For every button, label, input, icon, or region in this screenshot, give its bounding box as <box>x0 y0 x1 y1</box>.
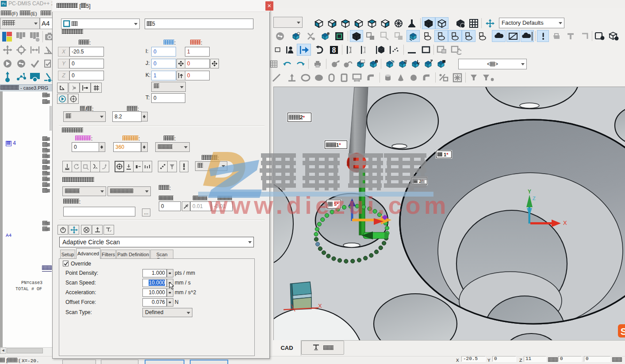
svg-text:S: S <box>621 326 625 337</box>
svg-text:X: X <box>563 220 567 226</box>
svg-text:i: i <box>376 60 376 63</box>
svg-text:X: X <box>318 303 322 309</box>
svg-text:Z: Z <box>533 196 536 201</box>
svg-text:8: 8 <box>332 46 336 54</box>
svg-text:Y: Y <box>528 189 531 195</box>
